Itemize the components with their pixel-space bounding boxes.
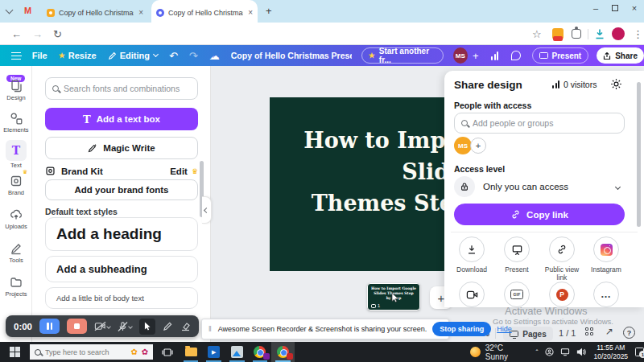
pause-recording-button[interactable]	[39, 319, 60, 334]
gif-action-button[interactable]: GIF	[504, 282, 530, 307]
tab-close-icon[interactable]: ×	[138, 9, 143, 17]
drag-handle-icon[interactable]: ‖	[208, 325, 213, 333]
comments-icon[interactable]	[511, 51, 520, 60]
forward-icon[interactable]: →	[32, 28, 43, 40]
file-menu[interactable]: File	[32, 51, 47, 60]
bookmark-star-icon[interactable]: ☆	[532, 28, 542, 40]
sidebar-item-uploads[interactable]: Uploads	[0, 208, 32, 230]
copy-link-button[interactable]: Copy link	[454, 204, 625, 225]
recorder-extension-icon[interactable]	[552, 28, 564, 39]
window-minimize-button[interactable]: –	[586, 3, 605, 13]
start-another-button[interactable]: ★Start another fr...	[361, 47, 444, 64]
action-center-icon[interactable]: 1	[635, 348, 644, 356]
reload-icon[interactable]: ↻	[53, 28, 62, 40]
start-button[interactable]	[10, 347, 20, 357]
window-close-button[interactable]: ×	[625, 3, 644, 13]
tray-network-icon[interactable]	[560, 348, 570, 356]
new-tab-button[interactable]: +	[266, 5, 272, 17]
tray-person-icon[interactable]	[545, 348, 554, 356]
sidebar-item-brand[interactable]: ♛ Brand	[0, 174, 32, 196]
magic-write-button[interactable]: Magic Write	[45, 137, 198, 159]
document-title[interactable]: Copy of Hello Christmas Presenta...	[231, 51, 352, 60]
add-text-box-button[interactable]: T Add a text box	[45, 108, 198, 130]
page-thumbnail[interactable]: How to Import Google Slides Themes Step …	[367, 283, 420, 311]
mic-off-button[interactable]	[118, 321, 132, 332]
weather-text[interactable]: 32°C Sunny	[485, 343, 528, 361]
file-explorer-button[interactable]	[180, 342, 203, 362]
grid-view-icon[interactable]	[585, 327, 593, 335]
mp4-video-action-button[interactable]	[459, 282, 485, 307]
redo-icon[interactable]: ↷	[189, 50, 198, 62]
chrome-profile1-button[interactable]	[249, 342, 272, 362]
share-button[interactable]: Share	[597, 47, 644, 64]
undo-icon[interactable]: ↶	[169, 50, 178, 62]
browser-tab-active[interactable]: Copy of Hello Christmas Presen ×	[151, 0, 258, 23]
photos-app-button[interactable]	[225, 342, 249, 362]
brand-kit-label: Brand Kit	[61, 167, 103, 176]
present-action-button[interactable]	[504, 237, 530, 262]
insights-icon[interactable]	[491, 51, 498, 60]
add-brand-fonts-button[interactable]: Add your brand fonts	[45, 179, 198, 200]
panel-collapse-handle[interactable]	[202, 196, 212, 224]
taskbar-search-box[interactable]: ✿ ✿	[30, 344, 153, 360]
sidebar-item-tools[interactable]: Tools	[0, 241, 32, 264]
camera-off-button[interactable]	[94, 321, 110, 331]
font-search-input[interactable]	[45, 77, 198, 100]
back-icon[interactable]: ←	[11, 28, 22, 40]
stop-recording-button[interactable]	[67, 319, 87, 334]
share-panel-scrollbar[interactable]	[637, 82, 641, 227]
main-menu-icon[interactable]	[11, 52, 21, 60]
access-level-select[interactable]: Only you can access	[454, 175, 625, 198]
rangoli-decoration-icon: ✿	[142, 348, 148, 356]
share-settings-gear-icon[interactable]	[610, 78, 622, 90]
add-heading-style[interactable]: Add a heading	[45, 217, 198, 251]
add-subheading-style[interactable]: Add a subheading	[45, 256, 198, 282]
editing-mode-menu[interactable]: Editing	[108, 51, 158, 60]
member-avatar[interactable]: MS	[454, 137, 472, 154]
add-member-button[interactable]: +	[470, 138, 486, 154]
extensions-puzzle-icon[interactable]	[572, 29, 581, 39]
pen-tool-button[interactable]	[163, 321, 173, 331]
gmail-pinned-tab-icon[interactable]: M	[24, 6, 31, 15]
tray-volume-icon[interactable]	[576, 348, 586, 356]
download-action-button[interactable]	[459, 237, 485, 262]
browser-tab-inactive[interactable]: Copy of Hello Christmas Presen ×	[42, 3, 148, 23]
tab-search-chevron-icon[interactable]	[6, 6, 14, 14]
sidebar-item-elements[interactable]: Elements	[0, 111, 32, 134]
lock-icon	[454, 176, 475, 197]
download-icon[interactable]	[594, 28, 605, 39]
text-panel: T Add a text box Magic Write Brand Kit E…	[32, 66, 211, 342]
browser-profile-avatar[interactable]	[612, 27, 625, 40]
browser-menu-dots-icon[interactable]: ⋮	[633, 28, 643, 40]
sidebar-item-text[interactable]: T Text	[0, 140, 32, 169]
task-view-button[interactable]	[156, 342, 180, 362]
window-maximize-button[interactable]	[605, 3, 625, 13]
select-tool-button[interactable]	[139, 319, 155, 335]
add-member-icon[interactable]: +	[473, 50, 479, 62]
tab-close-icon[interactable]: ×	[248, 9, 253, 17]
eraser-tool-button[interactable]	[180, 321, 191, 331]
sidebar-item-projects[interactable]: Projects	[0, 275, 32, 298]
add-people-input[interactable]	[454, 113, 625, 134]
present-button[interactable]: Present	[532, 47, 589, 64]
powerpoint-action-button[interactable]: P	[549, 282, 575, 307]
visitors-stat[interactable]: 0 visitors	[552, 80, 597, 89]
weather-sun-icon[interactable]	[470, 347, 481, 357]
account-avatar[interactable]: MS	[453, 47, 468, 64]
hide-notification-link[interactable]: Hide	[497, 325, 512, 333]
fullscreen-icon[interactable]: ↗	[605, 326, 613, 337]
resize-menu[interactable]: ★Resize	[59, 51, 97, 60]
taskbar-clock[interactable]: 11:55 AM10/20/2025	[594, 343, 629, 360]
instagram-action-button[interactable]	[593, 237, 619, 262]
show-hidden-icons-chevron[interactable]: ˆ	[536, 348, 539, 356]
chrome-profile2-button[interactable]	[271, 342, 295, 362]
help-button[interactable]: ?	[623, 327, 635, 339]
stop-sharing-button[interactable]: Stop sharing	[432, 322, 491, 336]
more-actions-button[interactable]: …	[593, 282, 619, 307]
movies-tv-button[interactable]: ▶	[202, 342, 225, 362]
action-label: Download	[450, 265, 493, 274]
sidebar-item-design[interactable]: Design	[0, 79, 32, 101]
brand-kit-edit-link[interactable]: Edit	[170, 167, 188, 176]
public-view-link-action-button[interactable]	[549, 237, 575, 262]
add-body-text-style[interactable]: Add a little bit of body text	[45, 287, 198, 309]
